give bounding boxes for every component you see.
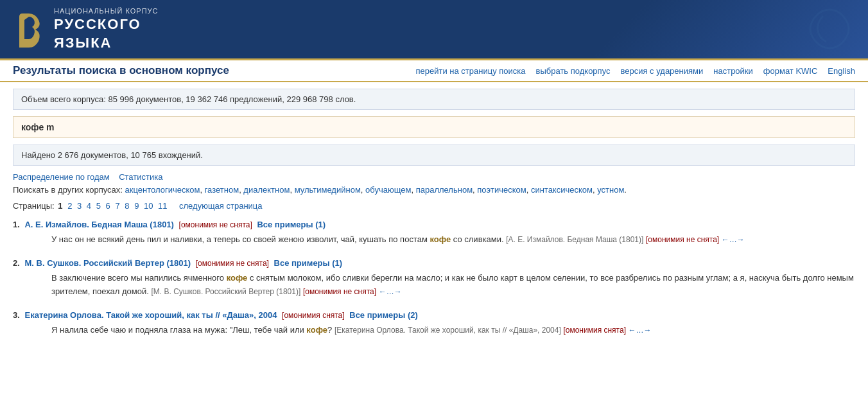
page-3[interactable]: 3 [77, 201, 82, 211]
corpus-link-9[interactable]: устном [597, 185, 624, 195]
corpus-link-3[interactable]: диалектном [243, 185, 290, 195]
logo-icon [13, 10, 45, 49]
omonymia-header-1: [омонимия не снята] [179, 220, 252, 229]
header-main-title-1: Русского [54, 15, 159, 34]
corpus-link-5[interactable]: обучающем [365, 185, 411, 195]
all-examples-link-1[interactable]: Все примеры (1) [257, 220, 326, 229]
corpus-info-box: Объем всего корпуса: 85 996 документов, … [13, 89, 855, 110]
header-main-title-2: Языка [54, 34, 159, 53]
site-title: Национальный корпус Русского Языка [54, 6, 159, 52]
navbar-links: перейти на страницу поиска выбрать подко… [416, 66, 855, 76]
omonymia-header-2: [омонимия не снята] [196, 259, 269, 268]
logo-container: Национальный корпус Русского Языка [13, 6, 159, 52]
nav-link-kwic[interactable]: формат KWIC [763, 66, 818, 76]
pagination-label: Страницы: [13, 201, 55, 211]
page-2[interactable]: 2 [67, 201, 72, 211]
header-watermark [804, 6, 855, 53]
highlight-word-1: кофе [430, 234, 451, 244]
nav-link-english[interactable]: English [828, 66, 855, 76]
text-after-3: ? [327, 325, 332, 335]
nav-arrows-2: ←…→ [379, 287, 402, 296]
text-before-3: Я налила себе чаю и подняла глаза на муж… [51, 325, 306, 335]
source-ref-2: [М. В. Сушков. Российский Вертер (1801)] [152, 287, 301, 296]
highlight-word-2: кофе [227, 273, 248, 283]
result-item-1: 1. А. Е. Измайлов. Бедная Маша (1801) [о… [13, 220, 855, 247]
other-corpora-row: Поискать в других корпусах: акцентологич… [13, 185, 855, 195]
corpus-link-8[interactable]: синтаксическом [531, 185, 593, 195]
result-text-2: В заключение всего мы напились ячменного… [51, 272, 855, 299]
nav-link-stress[interactable]: версия с ударениями [620, 66, 703, 76]
page-8[interactable]: 8 [125, 201, 129, 211]
next-page-link[interactable]: следующая страница [179, 201, 262, 211]
corpus-link-6[interactable]: параллельном [416, 185, 473, 195]
result-number-2: 2. [13, 258, 20, 268]
query-text: кофе m [21, 122, 55, 132]
omonymia-inline-1: [омонимия не снята] [646, 235, 719, 244]
result-count-text: Найдено 2 676 документов, 10 765 вхожден… [21, 150, 203, 160]
nav-arrows-3: ←…→ [629, 326, 652, 335]
result-item-2: 2. М. В. Сушков. Российский Вертер (1801… [13, 258, 855, 299]
nav-arrows-1: ←…→ [722, 235, 745, 244]
doc-link-2[interactable]: М. В. Сушков. Российский Вертер (1801) [24, 258, 191, 268]
result-number-1: 1. [13, 220, 20, 229]
nav-link-search[interactable]: перейти на страницу поиска [416, 66, 526, 76]
page-title: Результаты поиска в основном корпусе [13, 64, 229, 77]
doc-link-1[interactable]: А. Е. Измайлов. Бедная Маша (1801) [24, 220, 173, 229]
nav-link-subcorpus[interactable]: выбрать подкорпус [536, 66, 611, 76]
nav-link-settings[interactable]: настройки [713, 66, 753, 76]
query-box: кофе m [13, 116, 855, 138]
statistics-link[interactable]: Статистика [119, 172, 162, 182]
omonymia-inline-3: [омонимия снята] [563, 326, 626, 335]
source-ref-3: [Екатерина Орлова. Такой же хороший, как… [334, 326, 561, 335]
page-6[interactable]: 6 [106, 201, 110, 211]
highlight-word-3: кофе [306, 325, 327, 335]
corpus-info-text: Объем всего корпуса: 85 996 документов, … [21, 94, 356, 104]
all-examples-link-3[interactable]: Все примеры (2) [349, 310, 418, 320]
navbar: Результаты поиска в основном корпусе пер… [0, 60, 868, 82]
result-item-3: 3. Екатерина Орлова. Такой же хороший, к… [13, 310, 855, 337]
stats-links-row: Распределение по годам Статистика [13, 172, 855, 182]
result-count-box: Найдено 2 676 документов, 10 765 вхожден… [13, 145, 855, 166]
page-5[interactable]: 5 [96, 201, 101, 211]
result-number-3: 3. [13, 310, 20, 320]
corpus-link-2[interactable]: газетном [205, 185, 239, 195]
corpus-link-4[interactable]: мультимедийном [295, 185, 361, 195]
page-4[interactable]: 4 [87, 201, 91, 211]
source-ref-1: [А. Е. Измайлов. Бедная Маша (1801)] [506, 235, 643, 244]
header-subtitle: Национальный корпус [54, 6, 159, 15]
page-7[interactable]: 7 [115, 201, 119, 211]
text-after-1: со сливками. [451, 234, 503, 244]
omonymia-inline-2: [омонимия не снята] [303, 287, 376, 296]
result-text-3: Я налила себе чаю и подняла глаза на муж… [51, 324, 855, 337]
page-9[interactable]: 9 [134, 201, 139, 211]
all-examples-link-2[interactable]: Все примеры (1) [274, 258, 343, 268]
distribution-link[interactable]: Распределение по годам [13, 172, 110, 182]
corpus-link-7[interactable]: поэтическом [477, 185, 526, 195]
result-header-1: 1. А. Е. Измайлов. Бедная Маша (1801) [о… [13, 220, 855, 229]
doc-link-3[interactable]: Екатерина Орлова. Такой же хороший, как … [24, 310, 277, 320]
site-header: Национальный корпус Русского Языка [0, 0, 868, 60]
main-content: Объем всего корпуса: 85 996 документов, … [0, 82, 868, 355]
page-current: 1 [58, 201, 62, 211]
text-before-2: В заключение всего мы напились ячменного [51, 273, 227, 283]
other-corpora-label: Поискать в других корпусах: [13, 185, 123, 195]
text-before-1: У нас он не всякий день пил и наливки, а… [51, 234, 430, 244]
links-section: Распределение по годам Статистика Поиска… [13, 172, 855, 195]
result-text-1: У нас он не всякий день пил и наливки, а… [51, 233, 855, 247]
result-header-3: 3. Екатерина Орлова. Такой же хороший, к… [13, 310, 855, 320]
page-11[interactable]: 11 [158, 201, 167, 211]
result-header-2: 2. М. В. Сушков. Российский Вертер (1801… [13, 258, 855, 268]
page-10[interactable]: 10 [144, 201, 153, 211]
pagination: Страницы: 1 2 3 4 5 6 7 8 9 10 11 следую… [13, 201, 855, 211]
corpus-link-1[interactable]: акцентологическом [125, 185, 200, 195]
omonymia-header-3: [омонимия снята] [282, 311, 345, 320]
